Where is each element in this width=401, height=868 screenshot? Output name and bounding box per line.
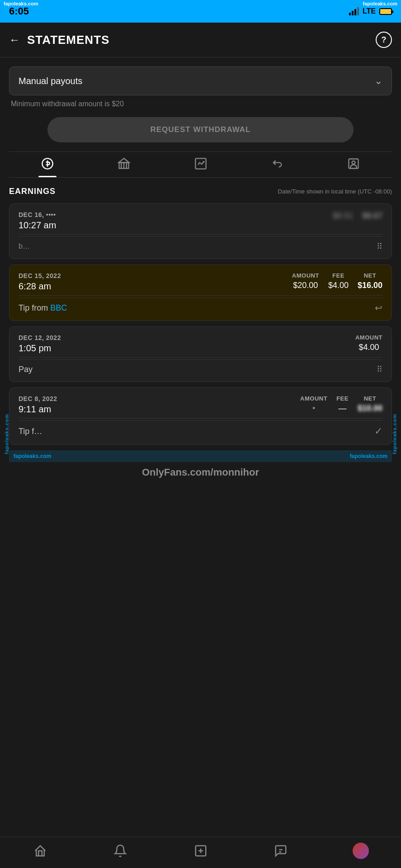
transaction-desc: Tip f…: [19, 427, 42, 436]
transaction-fee: $4.00: [328, 281, 349, 290]
transaction-amount: $4.00: [355, 343, 382, 352]
fee-label: FEE: [328, 272, 349, 279]
signal-icon: [349, 7, 359, 15]
bank-icon: [118, 157, 130, 173]
header: ← STATEMENTS ?: [0, 23, 401, 57]
transaction-desc: b…: [19, 242, 30, 250]
refund-icon: ↩: [375, 302, 382, 313]
transaction-net: $8.67: [362, 211, 382, 221]
transaction-time: 10:27 am: [19, 220, 56, 231]
bell-icon: [113, 844, 127, 858]
transaction-time: 6:28 am: [19, 281, 61, 292]
nav-profile[interactable]: [321, 843, 401, 859]
chevron-down-icon: ⌄: [374, 75, 382, 87]
transaction-amount: $8.51: [333, 211, 353, 221]
bbc-link[interactable]: BBC: [50, 303, 67, 312]
tab-person[interactable]: [316, 157, 392, 177]
tab-chart[interactable]: [162, 157, 239, 177]
transaction-date: DEC 16, ••••: [19, 211, 56, 218]
transaction-net: $16.00: [358, 281, 382, 290]
avatar: [353, 843, 369, 859]
transaction-card: DEC 16, •••• 10:27 am $8.51 $8.67 b… ⠿: [9, 203, 392, 259]
earnings-header: EARNINGS Date/Time shown in local time (…: [9, 187, 392, 196]
lte-label: LTE: [363, 7, 376, 15]
chat-icon: [274, 844, 288, 858]
transaction-time: 9:11 am: [19, 404, 57, 415]
tab-refund[interactable]: [239, 157, 315, 177]
bottom-nav: [0, 837, 401, 868]
payout-label: Manual payouts: [19, 76, 82, 86]
footer-url: OnlyFans.com/monnihor: [9, 462, 392, 483]
transaction-fee: —: [336, 404, 349, 413]
nav-create[interactable]: [160, 844, 241, 858]
footer-watermark-bar: fapoleaks.com fapoleaks.com: [9, 450, 392, 462]
tab-bar: [9, 151, 392, 178]
transaction-date: DEC 8, 2022: [19, 395, 57, 402]
svg-point-7: [352, 161, 355, 164]
net-label: NET: [358, 272, 382, 279]
transaction-card: DEC 8, 2022 9:11 am AMOUNT • FEE — NET $…: [9, 387, 392, 445]
amount-label: AMOUNT: [355, 334, 382, 341]
plus-icon: [194, 844, 208, 858]
min-withdrawal-text: Minimum withdrawal amount is $20: [9, 100, 392, 108]
fee-label: FEE: [336, 395, 349, 402]
transaction-date: DEC 15, 2022: [19, 272, 61, 279]
request-withdrawal-button[interactable]: REQUEST WITHDRAWAL: [47, 117, 354, 142]
watermark-top-left: fapoleaks.com: [0, 0, 42, 7]
help-button[interactable]: ?: [376, 32, 392, 48]
dots-icon: ⠿: [377, 364, 382, 374]
refund-icon: [271, 157, 283, 173]
transaction-desc: Pay: [19, 365, 33, 374]
watermark-top-right: fapoleaks.com: [359, 0, 401, 7]
watermark-side-right: fapoleaks.com: [392, 414, 397, 454]
net-label: NET: [358, 395, 382, 402]
payout-dropdown[interactable]: Manual payouts ⌄: [9, 66, 392, 95]
check-icon: ✓: [374, 425, 382, 437]
earnings-title: EARNINGS: [9, 187, 56, 196]
main-content: Manual payouts ⌄ Minimum withdrawal amou…: [0, 57, 401, 537]
transaction-card-highlighted: DEC 15, 2022 6:28 am AMOUNT $20.00 FEE $…: [9, 264, 392, 321]
dollar-icon: [41, 157, 54, 173]
dots-icon: ⠿: [377, 241, 382, 251]
nav-notifications[interactable]: [80, 844, 160, 858]
nav-home[interactable]: [0, 844, 80, 858]
footer-wm-left: fapoleaks.com: [14, 453, 51, 459]
amount-label: AMOUNT: [300, 395, 327, 402]
transaction-time: 1:05 pm: [19, 343, 61, 354]
home-icon: [33, 844, 47, 858]
transaction-net: $10.00: [358, 404, 382, 413]
transaction-amount: $20.00: [292, 281, 319, 290]
footer-wm-right: fapoleaks.com: [350, 453, 387, 459]
chart-icon: [194, 157, 207, 173]
transaction-desc: Tip from BBC: [19, 303, 67, 313]
transaction-card: DEC 12, 2022 1:05 pm AMOUNT $4.00 Pay ⠿: [9, 326, 392, 382]
page-title: STATEMENTS: [27, 33, 109, 47]
watermark-side-left: fapoleaks.com: [4, 414, 9, 454]
nav-messages[interactable]: [241, 844, 321, 858]
tab-earnings[interactable]: [9, 157, 85, 177]
person-icon: [347, 157, 360, 173]
battery-icon: [379, 8, 392, 15]
amount-label: AMOUNT: [292, 272, 319, 279]
transaction-amount: •: [300, 404, 327, 413]
back-button[interactable]: ←: [9, 33, 20, 46]
tab-bank[interactable]: [85, 157, 162, 177]
timezone-text: Date/Time shown in local time (UTC -08:0…: [278, 188, 392, 195]
transaction-date: DEC 12, 2022: [19, 334, 61, 341]
